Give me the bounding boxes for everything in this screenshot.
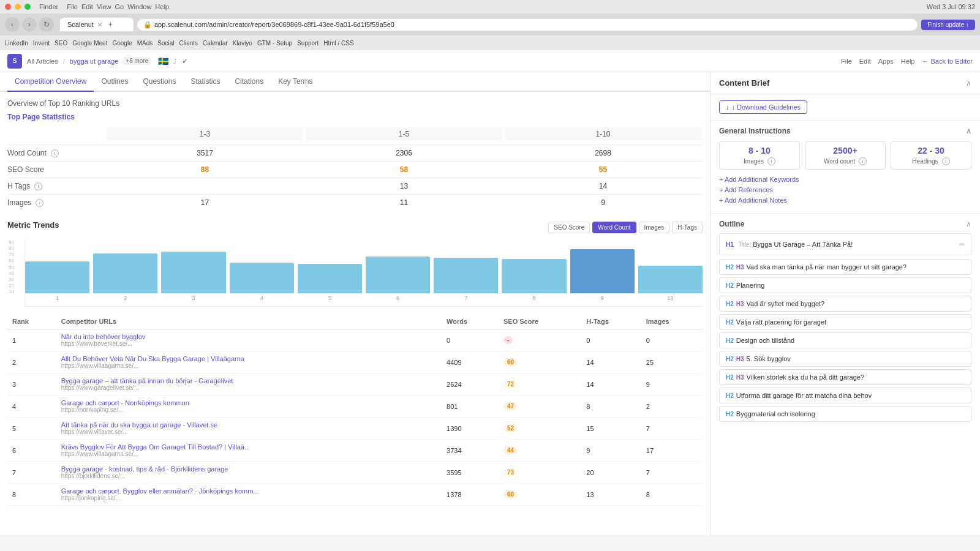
bookmark-klaviyo[interactable]: Klaviyo: [233, 40, 252, 47]
competitor-title-7[interactable]: Bygga garage - kostnad, tips & råd - Bjö…: [61, 465, 437, 473]
bookmark-social[interactable]: Social: [157, 40, 174, 47]
reload-button[interactable]: ↻: [39, 17, 54, 32]
competitor-url-1[interactable]: https://www.boverket.se/...: [61, 340, 437, 347]
finder-label: Finder: [39, 3, 58, 10]
bookmark-invent[interactable]: Invent: [33, 40, 50, 47]
table-row: 7 Bygga garage - kostnad, tips & råd - B…: [7, 462, 703, 484]
bookmark-seo[interactable]: SEO: [55, 40, 67, 47]
mac-menu-help[interactable]: Help: [155, 3, 169, 10]
images-info-icon[interactable]: i: [36, 199, 43, 207]
tab-close-icon[interactable]: ✕: [97, 21, 102, 28]
competitor-5: Att tänka på när du ska bygga ut garage …: [56, 418, 442, 440]
competitor-title-6[interactable]: Krävs Bygglov För Att Bygga Om Garaget T…: [61, 443, 437, 451]
mac-menu-window[interactable]: Window: [127, 3, 151, 10]
browser-chrome: ‹ › ↻ Scalenut ✕ + 🔒 app.scalenut.com/ad…: [0, 13, 980, 36]
tab-questions[interactable]: Questions: [135, 72, 183, 92]
competitor-title-3[interactable]: Bygga garage – att tänka på innan du bör…: [61, 377, 437, 384]
new-tab-button[interactable]: +: [108, 20, 113, 29]
competitor-url-8[interactable]: https://jonkoping.se/...: [61, 495, 437, 501]
competitor-url-2[interactable]: https://www.villaagarna.se/...: [61, 362, 437, 369]
bar-chart: 1 2 3 4: [24, 239, 703, 307]
htags-7: 20: [581, 462, 641, 484]
images-card-info-icon[interactable]: i: [767, 157, 775, 165]
tab-competition-overview[interactable]: Competition Overview: [7, 72, 94, 92]
h1-edit-icon[interactable]: ✏: [959, 241, 965, 249]
url-bar[interactable]: 🔒 app.scalenut.com/admin/creator/report/…: [137, 19, 918, 31]
competitor-title-8[interactable]: Garage och carport. Bygglov eller anmäla…: [61, 487, 437, 495]
table-row: 1 Når du inte behöver bygglov https://ww…: [7, 329, 703, 351]
add-keywords-link[interactable]: Add Additional Keywords: [719, 176, 971, 183]
competitor-url-5[interactable]: https://www.villavet.se/...: [61, 429, 437, 435]
competitor-url-3[interactable]: https://www.garagelivet.se/...: [61, 384, 437, 391]
table-row: 5 Att tänka på när du ska bygga ut garag…: [7, 418, 703, 440]
competitor-url-4[interactable]: https://norrkoping.se/...: [61, 407, 437, 413]
htags-info-icon[interactable]: i: [34, 182, 42, 190]
trend-btn-wordcount[interactable]: Word Count: [592, 222, 636, 233]
tab-statistics[interactable]: Statistics: [183, 72, 227, 92]
edit-menu[interactable]: Edit: [859, 58, 871, 65]
breadcrumb-all-articles[interactable]: All Articles: [27, 58, 58, 65]
seo-score-1: -: [499, 329, 581, 351]
mac-menu-view[interactable]: View: [97, 3, 111, 10]
help-menu[interactable]: Help: [901, 58, 915, 65]
headings-card-info-icon[interactable]: i: [942, 157, 950, 165]
competitor-title-2[interactable]: Allt Du Behöver Veta När Du Ska Bygga Ga…: [61, 355, 437, 362]
trend-btn-htags[interactable]: H-Tags: [672, 222, 703, 233]
bookmark-google[interactable]: Google: [112, 40, 132, 47]
h2-text-4: Design och tillstånd: [736, 337, 965, 344]
file-menu[interactable]: File: [841, 58, 852, 65]
download-guidelines-button[interactable]: ↓ ↓ Download Guidelines: [719, 100, 807, 114]
browser-tab[interactable]: Scalenut ✕ +: [60, 18, 134, 31]
bookmark-support[interactable]: Support: [297, 40, 318, 47]
outline-collapse-icon[interactable]: ∧: [966, 220, 971, 228]
finish-update-button[interactable]: Finish update ↑: [921, 20, 975, 30]
competitor-title-5[interactable]: Att tänka på när du ska bygga ut garage …: [61, 421, 437, 429]
bookmark-mads[interactable]: MAds: [137, 40, 153, 47]
trend-btn-images[interactable]: Images: [639, 222, 670, 233]
add-notes-link[interactable]: Add Additional Notes: [719, 197, 971, 204]
share-icon[interactable]: ⤴: [173, 58, 177, 65]
general-instructions-collapse[interactable]: ∧: [966, 127, 971, 135]
competitor-url-7[interactable]: https://bjorkllidens.se/...: [61, 473, 437, 479]
bookmark-clients[interactable]: Clients: [179, 40, 198, 47]
forward-button[interactable]: ›: [22, 17, 37, 32]
competitor-title-4[interactable]: Garage och carport - Norrköpings kommun: [61, 399, 437, 407]
bookmark-calendar[interactable]: Calendar: [203, 40, 228, 47]
h2-text-2: Vad är syftet med bygget?: [747, 300, 965, 307]
trend-btn-seoscore[interactable]: SEO Score: [548, 222, 590, 233]
add-references-link[interactable]: Add References: [719, 186, 971, 193]
wordcount-info-icon[interactable]: i: [51, 149, 59, 157]
apps-menu[interactable]: Apps: [878, 58, 894, 65]
tab-citations[interactable]: Citations: [227, 72, 271, 92]
tab-key-terms[interactable]: Key Terms: [271, 72, 320, 92]
wordcount-card-info-icon[interactable]: i: [859, 157, 867, 165]
mac-close-dot[interactable]: [5, 4, 11, 10]
h2-item-8: H2 Byggmaterial och isolering: [719, 406, 971, 422]
breadcrumb-current-article[interactable]: bygga ut garage: [70, 58, 119, 65]
mac-time: Wed 3 Jul 09:32: [927, 3, 975, 10]
mac-menu-go[interactable]: Go: [115, 3, 124, 10]
bar-rect-10: [638, 266, 703, 293]
h2-tag-0: H2: [726, 264, 734, 271]
mac-minimize-dot[interactable]: [15, 4, 21, 10]
images-label-card: Images i: [725, 157, 794, 165]
rankings-header-row: Rank Competitor URLs Words SEO Score H-T…: [7, 314, 703, 329]
competitor-title-1[interactable]: Når du inte behöver bygglov: [61, 333, 437, 340]
main-layout: Competition Overview Outlines Questions …: [0, 72, 980, 535]
bookmark-linkedin[interactable]: LinkedIn: [5, 40, 28, 47]
back-to-editor-link[interactable]: ← Back to Editor: [922, 58, 973, 65]
bookmark-googlemeet[interactable]: Google Meet: [72, 40, 107, 47]
mac-menu-file[interactable]: File: [67, 3, 78, 10]
seo-score-4: 47: [499, 395, 581, 418]
competitor-url-6[interactable]: https://www.villaagarna.se/...: [61, 451, 437, 457]
bookmark-gtm[interactable]: GTM - Setup: [257, 40, 292, 47]
bar-label-3: 3: [192, 295, 195, 301]
back-button[interactable]: ‹: [5, 17, 20, 32]
tab-outlines[interactable]: Outlines: [94, 72, 135, 92]
more-articles-tag[interactable]: +6 more: [123, 57, 151, 65]
brief-collapse-icon[interactable]: ∧: [966, 79, 971, 88]
mac-maximize-dot[interactable]: [24, 4, 31, 10]
bookmark-htmlcss[interactable]: Html / CSS: [323, 40, 353, 47]
bar-rect-8: [502, 259, 566, 293]
mac-menu-edit[interactable]: Edit: [81, 3, 93, 10]
